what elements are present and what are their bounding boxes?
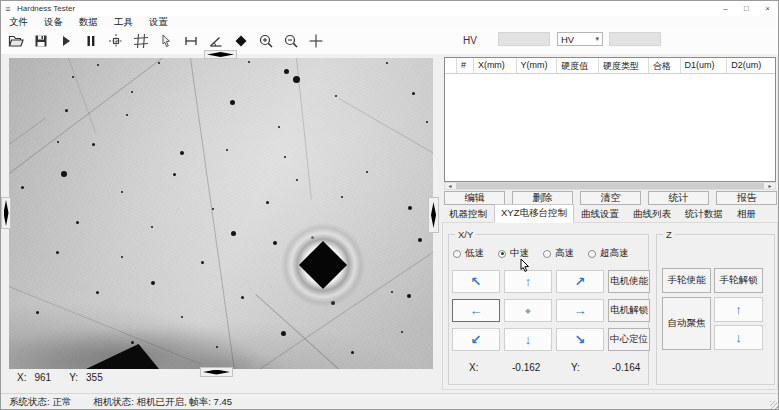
- center-position-button[interactable]: 中心定位: [608, 328, 650, 351]
- speck: [201, 261, 204, 264]
- statistics-button[interactable]: 统计: [648, 191, 709, 205]
- system-status: 系统状态: 正常: [9, 396, 71, 409]
- radio-label: 超高速: [600, 247, 629, 260]
- menu-tools[interactable]: 工具: [106, 16, 141, 28]
- tab-curve-settings[interactable]: 曲线设置: [574, 206, 626, 223]
- toolbar: [1, 28, 779, 54]
- results-table[interactable]: # X(mm) Y(mm) 硬度值 硬度类型 合格 D1(um) D2(um): [444, 57, 776, 182]
- radio-low-speed[interactable]: 低速: [453, 247, 484, 260]
- pause-icon[interactable]: [82, 32, 100, 50]
- col-qualified[interactable]: 合格: [649, 58, 681, 73]
- speck: [386, 62, 388, 64]
- marker-diamond-icon: [4, 200, 9, 226]
- z-panel-title: Z: [663, 229, 675, 240]
- tab-xyz-stage-control[interactable]: XYZ电移台控制: [494, 204, 574, 223]
- menu-data[interactable]: 数据: [71, 16, 106, 28]
- indent-marker-icon[interactable]: [232, 32, 250, 50]
- crosshair-marker-top[interactable]: [204, 50, 237, 59]
- autofocus-button[interactable]: 自动聚焦: [662, 297, 711, 350]
- motor-unlock-button[interactable]: 电机解锁: [608, 299, 650, 322]
- zoom-in-icon[interactable]: [257, 32, 275, 50]
- table-horizontal-scrollbar[interactable]: ◄ ►: [444, 182, 776, 190]
- angle-measure-icon[interactable]: [207, 32, 225, 50]
- control-tabs: 机器控制 XYZ电移台控制 曲线设置 曲线列表 统计数据 相册: [442, 206, 763, 223]
- zoom-out-icon[interactable]: [282, 32, 300, 50]
- col-hardness-value[interactable]: 硬度值: [557, 58, 599, 73]
- maximize-button[interactable]: □: [736, 1, 757, 16]
- hardness-tester-window: ≡ Hardness Tester – □ × 文件 设备 数据 工具 设置: [0, 0, 779, 410]
- hardness-type-combo[interactable]: HV ▾: [557, 32, 603, 46]
- scratch-line: [68, 58, 96, 134]
- center-button[interactable]: ◆: [504, 299, 552, 322]
- speck: [248, 61, 250, 63]
- move-down-left-button[interactable]: ↙: [452, 328, 500, 351]
- camera-image[interactable]: [9, 58, 433, 369]
- scratch-line: [9, 58, 163, 174]
- speck: [401, 331, 403, 333]
- radio-circle-icon: [543, 250, 551, 258]
- minimize-button[interactable]: –: [715, 1, 736, 16]
- speck: [131, 91, 133, 93]
- reticle-icon[interactable]: [107, 32, 125, 50]
- move-up-left-button[interactable]: ↖: [452, 270, 500, 293]
- pointer-icon[interactable]: [157, 32, 175, 50]
- col-d2-um[interactable]: D2(um): [727, 58, 775, 73]
- col-x-mm[interactable]: X(mm): [474, 58, 517, 73]
- col-y-mm[interactable]: Y(mm): [517, 58, 558, 73]
- scrollbar-thumb[interactable]: [456, 183, 764, 189]
- clear-button[interactable]: 清空: [580, 191, 641, 205]
- resize-grip-icon[interactable]: [770, 401, 778, 409]
- play-icon[interactable]: [57, 32, 75, 50]
- edit-button[interactable]: 编辑: [444, 191, 505, 205]
- hv-value-input[interactable]: [498, 32, 550, 46]
- speck: [173, 173, 176, 176]
- speck: [418, 238, 422, 242]
- left-arrow-icon: ←: [470, 304, 483, 317]
- menu-device[interactable]: 设备: [36, 16, 71, 28]
- status-bar: 系统状态: 正常 相机状态: 相机已开启, 帧率: 7.45: [1, 393, 779, 410]
- tab-statistics-data[interactable]: 统计数据: [678, 206, 730, 223]
- crosshair-marker-right[interactable]: [428, 197, 439, 233]
- z-down-button[interactable]: ↓: [714, 325, 763, 350]
- move-right-button[interactable]: →: [556, 299, 604, 322]
- open-icon[interactable]: [7, 32, 25, 50]
- col-hardness-type[interactable]: 硬度类型: [599, 58, 649, 73]
- grid-icon[interactable]: [132, 32, 150, 50]
- move-down-right-button[interactable]: ↘: [556, 328, 604, 351]
- move-left-button[interactable]: ←: [452, 299, 500, 322]
- motor-enable-button[interactable]: 电机使能: [608, 270, 650, 293]
- speck: [241, 296, 244, 299]
- menu-settings[interactable]: 设置: [141, 16, 176, 28]
- scratch-line: [190, 58, 235, 369]
- move-down-button[interactable]: ↓: [504, 328, 552, 351]
- scroll-right-icon[interactable]: ►: [765, 183, 775, 189]
- col-d1-um[interactable]: D1(um): [681, 58, 728, 73]
- app-icon: ≡: [1, 4, 15, 14]
- z-up-arrow-icon: ↑: [735, 303, 742, 316]
- delete-button[interactable]: 删除: [512, 191, 573, 205]
- tab-curve-list[interactable]: 曲线列表: [626, 206, 678, 223]
- close-button[interactable]: ×: [757, 1, 778, 16]
- scroll-left-icon[interactable]: ◄: [445, 183, 455, 189]
- handwheel-unlock-button[interactable]: 手轮解锁: [714, 268, 763, 293]
- tab-machine-control[interactable]: 机器控制: [442, 206, 494, 223]
- z-up-button[interactable]: ↑: [714, 297, 763, 322]
- radio-high-speed[interactable]: 高速: [543, 247, 574, 260]
- crosshair-marker-bottom[interactable]: [200, 367, 233, 377]
- crosshair-icon[interactable]: [307, 32, 325, 50]
- radio-circle-icon: [588, 250, 596, 258]
- handwheel-enable-button[interactable]: 手轮使能: [662, 268, 711, 293]
- move-up-right-button[interactable]: ↗: [556, 270, 604, 293]
- crosshair-marker-left[interactable]: [1, 197, 11, 229]
- tab-album[interactable]: 相册: [730, 206, 763, 223]
- speck: [65, 109, 68, 112]
- speck: [335, 95, 337, 97]
- radio-ultra-speed[interactable]: 超高速: [588, 247, 629, 260]
- report-button[interactable]: 报告: [716, 191, 777, 205]
- hv-label: HV: [463, 35, 477, 46]
- save-icon[interactable]: [32, 32, 50, 50]
- col-index[interactable]: #: [457, 58, 474, 73]
- menu-file[interactable]: 文件: [1, 16, 36, 28]
- hv-standard-input[interactable]: [609, 32, 661, 46]
- width-measure-icon[interactable]: [182, 32, 200, 50]
